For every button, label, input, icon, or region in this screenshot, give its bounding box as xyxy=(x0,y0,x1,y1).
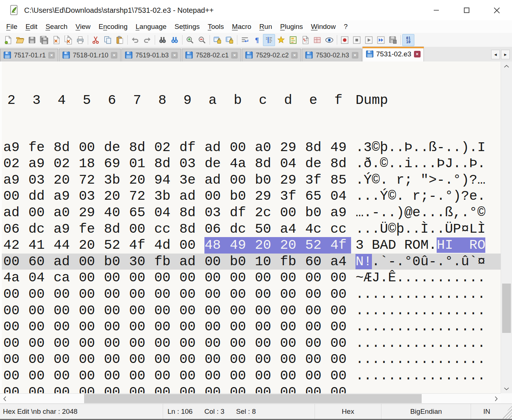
hex-byte[interactable]: df xyxy=(180,139,205,156)
hex-byte[interactable]: 03 xyxy=(79,188,104,205)
hex-byte[interactable]: 00 xyxy=(129,319,154,335)
hex-row[interactable]: 00dda90320723bad00b0293f6504...Ý©. r;-.°… xyxy=(2,188,501,205)
hex-byte[interactable]: 00 xyxy=(29,319,54,335)
hex-byte[interactable]: 00 xyxy=(280,335,305,352)
hex-byte[interactable]: 8d xyxy=(180,221,205,237)
hex-byte[interactable]: 00 xyxy=(330,303,355,319)
hex-byte[interactable]: 60 xyxy=(29,254,54,270)
hex-byte[interactable]: 01 xyxy=(129,155,154,172)
hex-byte[interactable]: 00 xyxy=(330,319,355,335)
hex-byte[interactable]: 00 xyxy=(3,188,29,205)
hex-byte[interactable]: 29 xyxy=(79,205,104,221)
hex-byte[interactable]: 42 xyxy=(3,237,29,254)
hex-byte[interactable]: 41 xyxy=(29,237,54,254)
hex-byte[interactable]: 04 xyxy=(154,205,180,221)
hex-byte[interactable]: 3e xyxy=(180,172,205,188)
hex-byte[interactable]: 00 xyxy=(79,270,104,286)
dump-text[interactable]: 3 BAD ROM.HI RO xyxy=(355,237,485,254)
hex-byte[interactable]: 40 xyxy=(104,205,129,221)
hex-byte[interactable]: 00 xyxy=(280,303,305,319)
hex-byte[interactable]: 85 xyxy=(330,172,355,188)
dump-text[interactable]: ................ xyxy=(355,368,485,384)
hex-byte[interactable]: 00 xyxy=(180,319,205,335)
hex-byte[interactable]: 00 xyxy=(104,368,129,384)
hex-byte[interactable]: 3b xyxy=(154,188,180,205)
open-file-button[interactable] xyxy=(14,34,26,46)
hex-byte[interactable]: 8d xyxy=(305,139,331,156)
hex-byte[interactable]: 02 xyxy=(54,155,79,172)
hex-byte[interactable]: 00 xyxy=(204,384,230,394)
macro-run-multiple-button[interactable] xyxy=(375,34,387,46)
hex-byte[interactable]: 00 xyxy=(79,303,104,319)
hex-byte[interactable]: 00 xyxy=(330,335,355,352)
menu-item-tools[interactable]: Tools xyxy=(204,20,228,33)
dump-text[interactable]: N!.`-.°0û-.°.û`¤ xyxy=(355,254,485,270)
hex-byte[interactable]: 00 xyxy=(129,221,154,237)
hex-byte[interactable]: 00 xyxy=(104,335,129,352)
hex-byte[interactable]: de xyxy=(305,155,331,172)
hex-byte[interactable]: 00 xyxy=(180,303,205,319)
menu-item-language[interactable]: Language xyxy=(132,20,171,33)
hex-byte[interactable]: 29 xyxy=(255,188,280,205)
hex-byte[interactable]: 00 xyxy=(154,270,180,286)
hex-byte[interactable]: 00 xyxy=(230,303,255,319)
hex-byte[interactable]: 20 xyxy=(129,172,154,188)
vertical-scroll-thumb[interactable] xyxy=(502,284,511,333)
hex-byte[interactable]: 00 xyxy=(230,286,255,303)
hex-byte[interactable]: 94 xyxy=(154,172,180,188)
hex-byte[interactable]: 00 xyxy=(104,303,129,319)
hex-byte[interactable]: 60 xyxy=(305,254,331,270)
hex-byte[interactable]: 00 xyxy=(29,205,54,221)
hex-byte[interactable]: 00 xyxy=(54,368,79,384)
hex-byte[interactable]: 20 xyxy=(255,237,280,254)
hex-byte[interactable]: 04 xyxy=(280,155,305,172)
hex-byte[interactable]: 8d xyxy=(129,139,154,156)
vertical-scrollbar[interactable] xyxy=(501,61,512,393)
hex-row[interactable]: a9fe8d00de8d02dfad00a0298d49.3©þ..Þ..ß-.… xyxy=(2,139,501,156)
hex-byte[interactable]: 00 xyxy=(129,286,154,303)
hex-byte[interactable]: 00 xyxy=(54,335,79,352)
horizontal-scrollbar[interactable] xyxy=(0,393,501,404)
dump-text[interactable]: ................ xyxy=(355,319,485,335)
hex-byte[interactable]: 00 xyxy=(305,384,331,394)
hex-byte[interactable]: 72 xyxy=(79,172,104,188)
hex-byte[interactable]: 00 xyxy=(79,335,104,352)
hex-row[interactable]: 0060ad00b030fbad00b010fb60a4N!.`-.°0û-.°… xyxy=(2,254,501,270)
menu-item-encoding[interactable]: Encoding xyxy=(94,20,131,33)
hex-byte[interactable]: 00 xyxy=(154,319,180,335)
hex-byte[interactable]: 00 xyxy=(129,303,154,319)
hex-byte[interactable]: 00 xyxy=(3,335,29,352)
hex-byte[interactable]: ca xyxy=(54,270,79,286)
hex-byte[interactable]: 52 xyxy=(104,237,129,254)
close-button[interactable] xyxy=(482,0,512,20)
hex-byte[interactable]: 00 xyxy=(129,368,154,384)
hex-byte[interactable]: 00 xyxy=(305,286,331,303)
hex-row[interactable]: 0000000000000000000000000000............… xyxy=(2,319,501,335)
word-wrap-button[interactable] xyxy=(239,34,251,46)
find-button[interactable] xyxy=(157,34,169,46)
document-map-button[interactable] xyxy=(287,34,299,46)
hex-byte[interactable]: 20 xyxy=(104,188,129,205)
hex-byte[interactable]: 8d xyxy=(330,155,355,172)
hex-byte[interactable]: b0 xyxy=(305,205,331,221)
hex-byte[interactable]: 00 xyxy=(330,351,355,368)
hex-byte[interactable]: 00 xyxy=(29,335,54,352)
macro-stop-button[interactable] xyxy=(351,34,363,46)
hex-byte[interactable]: 00 xyxy=(305,303,331,319)
hex-row[interactable]: 42414420524f4d0048492020524f3 BAD ROM.HI… xyxy=(2,237,501,254)
close-all-button[interactable] xyxy=(62,34,74,46)
resize-grip[interactable] xyxy=(502,404,512,419)
hex-byte[interactable]: 00 xyxy=(54,351,79,368)
hex-byte[interactable]: 00 xyxy=(330,384,355,394)
dump-text[interactable]: ................ xyxy=(355,335,485,352)
hex-byte[interactable]: b0 xyxy=(230,254,255,270)
hex-byte[interactable]: 00 xyxy=(154,384,180,394)
hex-row[interactable]: 02a9021869018d03de4a8d04de8d.ð.©..i...ÞJ… xyxy=(2,155,501,172)
hex-byte[interactable]: 00 xyxy=(54,384,79,394)
hex-byte[interactable]: 00 xyxy=(129,351,154,368)
hex-byte[interactable]: a9 xyxy=(330,205,355,221)
hex-byte[interactable]: 00 xyxy=(180,335,205,352)
save-button[interactable] xyxy=(26,34,38,46)
hex-row[interactable]: 0000000000000000000000000000............… xyxy=(2,384,501,394)
hex-byte[interactable]: 00 xyxy=(255,368,280,384)
